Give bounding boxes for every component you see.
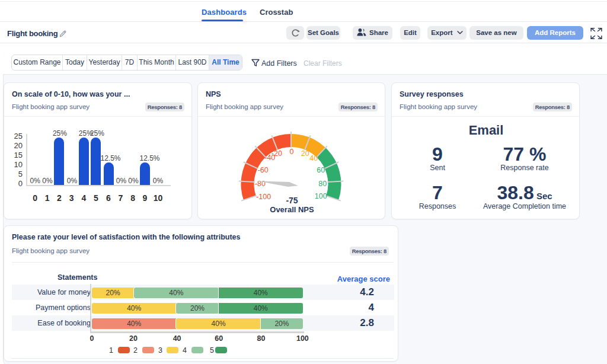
svg-text:-60: -60 <box>258 166 269 174</box>
svg-text:-20: -20 <box>271 149 282 158</box>
svg-text:20: 20 <box>301 149 309 158</box>
svg-text:40: 40 <box>309 154 318 162</box>
svg-text:0: 0 <box>290 148 294 156</box>
svg-text:80: 80 <box>318 180 327 188</box>
svg-text:60: 60 <box>317 166 325 174</box>
svg-text:-80: -80 <box>255 180 266 188</box>
